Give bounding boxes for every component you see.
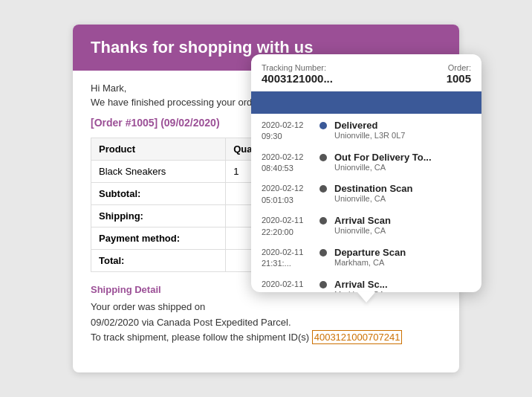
event-info: Arrival Sc...Markham, CA xyxy=(334,279,388,292)
tracking-event-row: 2020-02-12 05:01:03Destination ScanUnion… xyxy=(262,183,471,206)
event-time: 2020-02-12 05:01:03 xyxy=(262,183,312,206)
event-status: Delivered xyxy=(334,120,405,131)
event-info: DeliveredUnionville, L3R 0L7 xyxy=(334,120,405,140)
event-location: Unionville, L3R 0L7 xyxy=(334,131,405,140)
tracking-label: Tracking Number: xyxy=(262,63,333,72)
event-location: Markham, CA xyxy=(334,290,388,292)
event-location: Unionville, CA xyxy=(334,194,412,203)
tracking-event-row: 2020-02-12 09:30DeliveredUnionville, L3R… xyxy=(262,120,471,143)
popup-header: Tracking Number: 4003121000... Order: 10… xyxy=(251,54,481,91)
event-status: Arrival Sc... xyxy=(334,279,388,290)
tracking-event-row: 2020-02-12 08:40:53Out For Delivery To..… xyxy=(262,152,471,175)
shipping-line2: 09/02/2020 via Canada Post Expedited Par… xyxy=(91,317,291,328)
tracking-event-row: 2020-02-11 21:31:...Departure ScanMarkha… xyxy=(262,247,471,270)
order-confirmation-card: Thanks for shopping with us Hi Mark, We … xyxy=(73,25,459,372)
tracking-event-row: 2020-02-11 21:18:00Arrival Sc...Markham,… xyxy=(262,279,471,292)
payment-label: Payment method: xyxy=(91,227,226,249)
event-time: 2020-02-11 21:18:00 xyxy=(262,279,312,292)
event-dot xyxy=(319,217,327,225)
col-product: Product xyxy=(91,138,226,160)
event-status: Arrival Scan xyxy=(334,215,391,226)
tracking-events: 2020-02-12 09:30DeliveredUnionville, L3R… xyxy=(251,114,481,292)
event-dot xyxy=(319,185,327,193)
event-dot xyxy=(319,154,327,161)
event-info: Arrival ScanUnionville, CA xyxy=(334,215,391,235)
event-info: Destination ScanUnionville, CA xyxy=(334,183,412,203)
order-number: 1005 xyxy=(447,72,471,85)
popup-bar xyxy=(251,91,481,114)
tracking-event-row: 2020-02-11 22:20:00Arrival ScanUnionvill… xyxy=(262,215,471,238)
event-time: 2020-02-12 08:40:53 xyxy=(262,152,312,175)
product-name: Black Sneakers xyxy=(91,160,226,182)
shipping-line1: Your order was shipped on xyxy=(91,301,205,312)
event-time: 2020-02-11 21:31:... xyxy=(262,247,312,270)
event-status: Destination Scan xyxy=(334,183,412,194)
tracking-id-link[interactable]: 4003121000707241 xyxy=(312,330,403,344)
shipping-line3-prefix: To track shipment, please follow the shi… xyxy=(91,332,309,343)
event-info: Out For Delivery To...Unionville, CA xyxy=(334,152,432,172)
subtotal-label: Subtotal: xyxy=(91,182,226,204)
event-time: 2020-02-12 09:30 xyxy=(262,120,312,143)
order-info: Order: 1005 xyxy=(447,63,471,85)
shipping-detail-text: Your order was shipped on 09/02/2020 via… xyxy=(91,300,441,346)
event-dot xyxy=(319,281,327,288)
event-status: Out For Delivery To... xyxy=(334,152,432,163)
event-dot xyxy=(319,249,327,256)
event-location: Markham, CA xyxy=(334,258,406,267)
event-location: Unionville, CA xyxy=(334,163,432,172)
event-status: Departure Scan xyxy=(334,247,406,258)
event-dot xyxy=(319,122,327,129)
event-time: 2020-02-11 22:20:00 xyxy=(262,215,312,238)
event-location: Unionville, CA xyxy=(334,226,391,235)
tracking-popup: Tracking Number: 4003121000... Order: 10… xyxy=(251,54,481,292)
tracking-info: Tracking Number: 4003121000... xyxy=(262,63,333,85)
shipping-label: Shipping: xyxy=(91,204,226,227)
total-label: Total: xyxy=(91,249,226,271)
order-label: Order: xyxy=(447,63,471,72)
tracking-number: 4003121000... xyxy=(262,72,333,85)
event-info: Departure ScanMarkham, CA xyxy=(334,247,406,267)
